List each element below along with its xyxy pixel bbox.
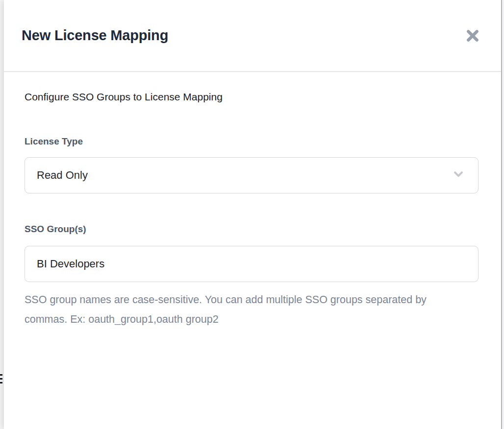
license-type-label: License Type bbox=[25, 136, 479, 147]
chevron-down-icon bbox=[452, 167, 465, 184]
license-type-selected-value: Read Only bbox=[37, 169, 88, 182]
underlying-page-content-fragment bbox=[0, 374, 3, 386]
modal-body: Configure SSO Groups to License Mapping … bbox=[4, 91, 501, 329]
modal-title: New License Mapping bbox=[22, 27, 168, 44]
new-license-mapping-modal: New License Mapping Configure SSO Groups… bbox=[4, 0, 502, 429]
page-background: New License Mapping Configure SSO Groups… bbox=[0, 0, 504, 429]
license-type-select[interactable]: Read Only bbox=[25, 157, 479, 193]
modal-description: Configure SSO Groups to License Mapping bbox=[25, 91, 479, 103]
close-button[interactable] bbox=[464, 27, 481, 45]
x-icon bbox=[465, 28, 480, 43]
sso-groups-input[interactable] bbox=[25, 246, 479, 282]
sso-groups-help-text: SSO group names are case-sensitive. You … bbox=[25, 290, 439, 329]
modal-header: New License Mapping bbox=[4, 0, 501, 72]
sso-groups-label: SSO Group(s) bbox=[25, 224, 479, 235]
